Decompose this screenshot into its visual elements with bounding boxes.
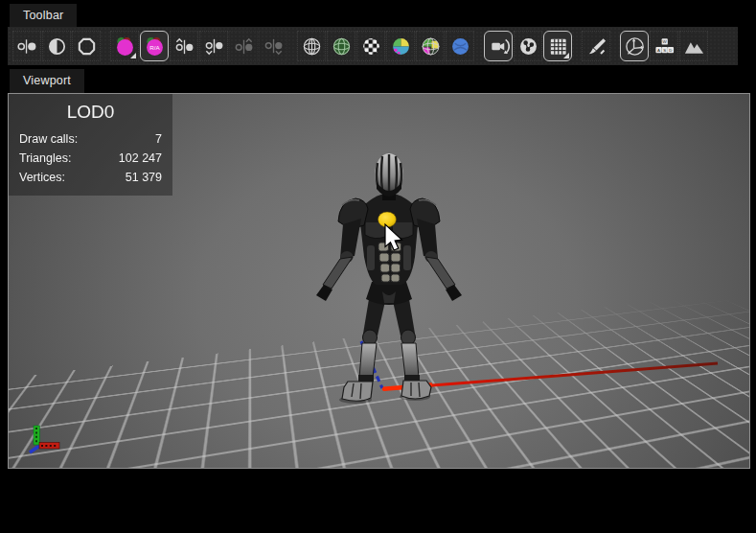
- stat-value: 7: [155, 129, 162, 149]
- paint-brush-icon: [585, 35, 607, 58]
- sphere-colored-wire-icon: [420, 35, 442, 58]
- stat-label: Draw calls:: [19, 129, 78, 149]
- toolbar-button-camera-orbit[interactable]: [484, 31, 513, 61]
- toolbar-button-transform-gizmo[interactable]: [620, 31, 649, 61]
- selection-highlight: [378, 212, 397, 227]
- stat-row: Vertices:51 379: [19, 168, 162, 187]
- sphere-checker-icon: [360, 35, 382, 58]
- svg-text:S: S: [663, 47, 666, 52]
- render-stats-panel: LOD0 Draw calls:7Triangles:102 247Vertic…: [9, 94, 172, 196]
- circle-dot-pair-icon: [16, 35, 38, 58]
- toolbar-button-circle-pair-caret-up[interactable]: [170, 31, 198, 61]
- toolbar-button-sphere-uv-colors[interactable]: [386, 31, 415, 61]
- toolbar-button-pair-caret-up-alt: [229, 31, 258, 61]
- sphere-wireframe-icon: [301, 35, 323, 58]
- terrain-icon: [683, 35, 705, 58]
- toolbar-button-circle-pair-caret-down[interactable]: [199, 31, 228, 61]
- toolbar-button-grid[interactable]: [543, 31, 572, 61]
- wasd-keys-icon: WASD: [653, 35, 676, 58]
- circle-pair-caret-down-icon: [203, 35, 225, 58]
- svg-text:A: A: [656, 47, 659, 52]
- half-circle-icon: [46, 35, 68, 58]
- orientation-gizmo: [30, 426, 59, 452]
- sphere-blue-icon: [449, 35, 471, 58]
- stat-value: 102 247: [119, 149, 162, 168]
- lod-label: LOD0: [19, 102, 162, 123]
- toolbar-button-wasd-keys[interactable]: WASD: [650, 31, 678, 61]
- character-model[interactable]: [316, 153, 462, 404]
- svg-text:R/A: R/A: [149, 43, 160, 50]
- sphere-uv-colors-icon: [390, 35, 412, 58]
- magenta-sphere-ra-icon: R/A: [144, 35, 166, 58]
- toolbar-button-circle-pair[interactable]: [12, 31, 41, 61]
- toolbar-tab[interactable]: Toolbar: [10, 4, 77, 28]
- stat-row: Draw calls:7: [19, 129, 162, 149]
- toolbar-button-sphere-wireframe[interactable]: [297, 31, 326, 61]
- toolbar-button-sphere-blue[interactable]: [446, 31, 474, 61]
- toolbar-button-joint-chain[interactable]: [514, 31, 542, 61]
- toolbar-button-sphere-green-wire[interactable]: [327, 31, 355, 61]
- toolbar-button-magenta-sphere[interactable]: [110, 31, 139, 61]
- octagon-icon: [76, 35, 98, 58]
- viewport-3d[interactable]: LOD0 Draw calls:7Triangles:102 247Vertic…: [8, 93, 750, 469]
- stat-value: 51 379: [126, 168, 162, 187]
- transform-gizmo-icon: [624, 35, 646, 58]
- pair-caret-down-alt-icon: [263, 35, 285, 58]
- toolbar-button-magenta-sphere-ra[interactable]: R/A: [140, 31, 169, 61]
- viewport-tab[interactable]: Viewport: [10, 69, 84, 93]
- pair-caret-up-alt-icon: [233, 35, 255, 58]
- toolbar-button-sphere-colored-wire[interactable]: [416, 31, 445, 61]
- circle-pair-caret-up-icon: [173, 35, 195, 58]
- stat-label: Vertices:: [19, 168, 65, 187]
- toolbar: R/AWASD: [8, 27, 738, 65]
- toolbar-button-pair-caret-down-alt: [259, 31, 287, 61]
- magenta-sphere-icon: [114, 35, 136, 58]
- stat-label: Triangles:: [19, 149, 71, 168]
- sphere-green-wire-icon: [331, 35, 353, 58]
- application-window: Toolbar R/AWASD Viewport: [0, 0, 756, 533]
- grid-icon: [547, 35, 569, 58]
- toolbar-button-terrain[interactable]: [679, 31, 708, 61]
- toolbar-button-octagon[interactable]: [72, 31, 101, 61]
- x-axis-line: [382, 363, 718, 389]
- camera-orbit-icon: [488, 35, 510, 58]
- toolbar-button-paint-brush[interactable]: [582, 31, 610, 61]
- stat-row: Triangles:102 247: [19, 149, 162, 168]
- joint-chain-icon: [517, 35, 539, 58]
- toolbar-button-half-circle[interactable]: [42, 31, 71, 61]
- toolbar-button-sphere-checker[interactable]: [356, 31, 385, 61]
- svg-text:D: D: [669, 47, 672, 52]
